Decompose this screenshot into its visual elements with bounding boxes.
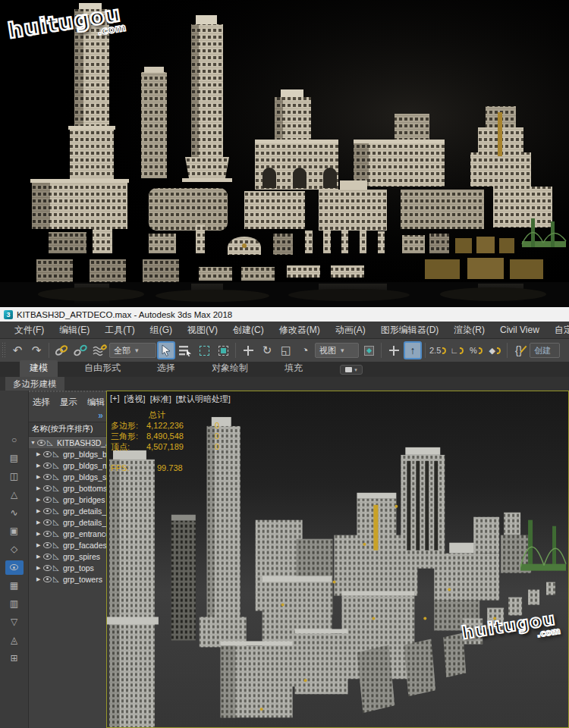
tree-row[interactable]: ▶◺grp_bldgs_me xyxy=(29,460,106,471)
eye-icon[interactable] xyxy=(43,497,52,503)
tree-row[interactable]: ▶◺grp_details_02 xyxy=(29,516,106,528)
expand-arrow-icon[interactable]: ▶ xyxy=(36,508,43,514)
expand-arrow-icon[interactable]: ▶ xyxy=(36,554,43,560)
eye-icon[interactable] xyxy=(43,485,52,491)
display-groups-toggle[interactable]: ◇ xyxy=(5,542,24,557)
ribbon-tab-modeling[interactable]: 建模 xyxy=(20,360,58,377)
menu-create[interactable]: 创建(C) xyxy=(226,322,271,339)
menu-file[interactable]: 文件(F) xyxy=(8,322,51,339)
eye-icon[interactable] xyxy=(43,542,52,548)
display-bones-toggle[interactable]: ▦ xyxy=(5,579,24,593)
tree-row[interactable]: ▶◺grp_bldgs_sm xyxy=(29,471,106,482)
display-objects-toggle[interactable] xyxy=(5,560,24,575)
expand-arrow-icon[interactable]: ▶ xyxy=(36,542,43,548)
eye-icon[interactable] xyxy=(43,565,52,571)
eye-icon[interactable] xyxy=(43,576,52,582)
menu-customize[interactable]: 自定义(U) xyxy=(548,322,569,339)
keyboard-shortcut-override-toggle[interactable]: ↑ xyxy=(404,341,422,359)
toolbar-drag-handle[interactable] xyxy=(2,342,5,359)
bind-to-space-warp-button[interactable] xyxy=(90,341,108,359)
expand-arrow-icon[interactable]: ▶ xyxy=(36,474,43,480)
expand-arrow-icon[interactable]: ▶ xyxy=(36,531,43,537)
polygon-modeling-panel-tab[interactable]: 多边形建模 xyxy=(5,377,64,391)
tree-row[interactable]: ▶◺grp_spires xyxy=(29,551,106,562)
viewport-menu-shading[interactable]: [默认明暗处理] xyxy=(176,394,231,405)
explorer-overflow-chevron[interactable]: » xyxy=(98,410,103,421)
filter-button[interactable]: ⊞ xyxy=(5,651,24,666)
collapse-arrow-icon[interactable]: ▼ xyxy=(30,440,37,445)
filter-advanced-button[interactable]: ◬ xyxy=(5,633,24,648)
tree-row[interactable]: ▶◺grp_bldgs_big xyxy=(29,448,106,460)
edit-named-selection-sets-button[interactable]: {} xyxy=(511,341,529,359)
eye-icon[interactable] xyxy=(43,508,52,514)
select-and-scale-button[interactable]: ◱ xyxy=(277,341,295,359)
tree-row[interactable]: ▶◺grp_facades xyxy=(29,539,106,551)
tree-row[interactable]: ▶◺grp_bridges xyxy=(29,494,106,505)
eye-icon[interactable] xyxy=(43,451,52,457)
display-helpers-toggle[interactable]: ∿ xyxy=(5,506,24,520)
tree-row[interactable]: ▶◺grp_tops xyxy=(29,562,106,573)
tree-row[interactable]: ▶◺grp_towers xyxy=(29,573,106,585)
expand-arrow-icon[interactable]: ▶ xyxy=(36,451,43,457)
explorer-menu-edit[interactable]: 编辑 xyxy=(87,397,105,408)
menu-civil-view[interactable]: Civil View xyxy=(493,322,546,337)
eye-icon[interactable] xyxy=(43,519,52,526)
display-cameras-toggle[interactable]: △ xyxy=(5,488,24,502)
display-containers-toggle[interactable]: ▥ xyxy=(5,597,24,611)
reference-coordinate-system-dropdown[interactable]: 视图 ▾ xyxy=(315,343,359,358)
menu-views[interactable]: 视图(V) xyxy=(181,322,225,339)
menu-group[interactable]: 组(G) xyxy=(143,322,179,339)
select-object-button[interactable] xyxy=(157,341,175,359)
tree-row-root[interactable]: ▼ ◺ KITBASH3D_ART xyxy=(29,437,106,448)
snaps-toggle-25-button[interactable]: 2.5 xyxy=(429,341,447,359)
display-shapes-toggle[interactable]: ▤ xyxy=(5,451,24,466)
use-pivot-point-center-button[interactable] xyxy=(360,341,378,359)
eye-icon[interactable] xyxy=(43,474,52,480)
expand-arrow-icon[interactable]: ▶ xyxy=(36,485,43,491)
menu-rendering[interactable]: 渲染(R) xyxy=(447,322,492,339)
expand-arrow-icon[interactable]: ▶ xyxy=(36,463,43,469)
select-and-rotate-button[interactable]: ↻ xyxy=(258,341,276,359)
ribbon-tab-freeform[interactable]: 自由形式 xyxy=(74,360,130,377)
viewport-menu-pov[interactable]: [透视] xyxy=(124,394,146,405)
expand-arrow-icon[interactable]: ▶ xyxy=(36,576,43,582)
selection-filter-dropdown[interactable]: 全部 ▾ xyxy=(109,343,156,358)
menu-modifiers[interactable]: 修改器(M) xyxy=(272,322,327,339)
menu-edit[interactable]: 编辑(E) xyxy=(52,322,96,339)
eye-icon[interactable] xyxy=(43,531,52,537)
tree-row[interactable]: ▶◺grp_bottoms xyxy=(29,482,106,494)
eye-icon[interactable] xyxy=(43,463,52,469)
redo-button[interactable]: ↷ xyxy=(27,341,46,359)
angle-snap-toggle[interactable]: ∟ xyxy=(448,341,466,359)
rectangular-selection-region-button[interactable] xyxy=(195,341,213,359)
display-space-warps-toggle[interactable]: ▣ xyxy=(5,524,24,538)
unlink-selection-button[interactable] xyxy=(71,341,90,359)
viewport-menu-standard[interactable]: [标准] xyxy=(150,394,171,405)
ribbon-tab-object-paint[interactable]: 对象绘制 xyxy=(202,360,258,377)
expand-arrow-icon[interactable]: ▶ xyxy=(36,519,43,526)
undo-button[interactable]: ↶ xyxy=(8,341,27,359)
sort-toggle[interactable]: ▽ xyxy=(5,615,24,629)
select-by-name-button[interactable] xyxy=(176,341,194,359)
spinner-snap-toggle[interactable]: ◆ xyxy=(486,341,504,359)
ribbon-tab-populate[interactable]: 填充 xyxy=(275,360,313,377)
select-and-move-button[interactable] xyxy=(239,341,257,359)
menu-tools[interactable]: 工具(T) xyxy=(98,322,141,339)
select-and-manipulate-button[interactable] xyxy=(385,341,403,359)
expand-arrow-icon[interactable]: ▶ xyxy=(36,565,43,571)
menu-graph-editors[interactable]: 图形编辑器(D) xyxy=(374,322,446,339)
display-geometry-toggle[interactable]: ○ xyxy=(5,433,24,447)
create-selection-set-field[interactable]: 创建 xyxy=(530,343,560,358)
select-and-place-button[interactable]: ◔ xyxy=(296,341,314,359)
select-and-link-button[interactable] xyxy=(52,341,71,359)
eye-icon[interactable] xyxy=(37,440,46,446)
window-crossing-toggle[interactable] xyxy=(214,341,232,359)
expand-arrow-icon[interactable]: ▶ xyxy=(36,497,43,503)
eye-icon[interactable] xyxy=(43,554,52,560)
perspective-viewport[interactable]: [+] [透视] [标准] [默认明暗处理] 总计 多边形:4,122,2360… xyxy=(106,391,569,728)
explorer-menu-display[interactable]: 显示 xyxy=(60,397,77,408)
viewport-menu-general[interactable]: [+] xyxy=(110,394,120,405)
explorer-menu-select[interactable]: 选择 xyxy=(33,397,50,408)
percent-snap-toggle[interactable]: % xyxy=(467,341,485,359)
menu-animation[interactable]: 动画(A) xyxy=(329,322,373,339)
